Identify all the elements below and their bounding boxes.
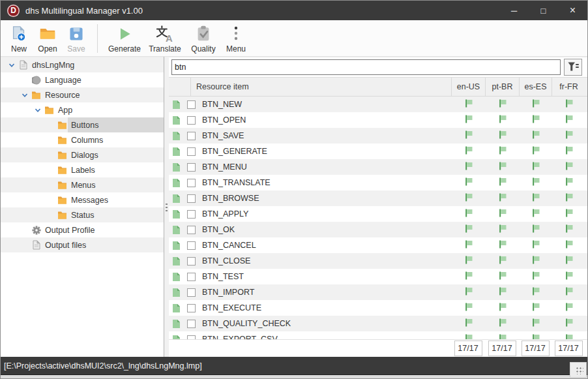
chevron-down-icon[interactable] (6, 62, 18, 68)
tree-item-dialogs[interactable]: Dialogs (1, 147, 164, 162)
flag-cell-fr-FR[interactable] (551, 240, 585, 250)
flag-cell-pt-BR[interactable] (485, 130, 519, 141)
flag-cell-es-ES[interactable] (519, 334, 551, 339)
table-row[interactable]: BTN_GENERATE (169, 144, 587, 159)
flag-cell-en-US[interactable] (451, 115, 485, 125)
flag-cell-es-ES[interactable] (519, 130, 551, 141)
flag-cell-pt-BR[interactable] (485, 224, 519, 235)
table-row[interactable]: BTN_BROWSE (169, 190, 587, 206)
row-checkbox[interactable] (187, 194, 196, 203)
flag-cell-pt-BR[interactable] (485, 240, 519, 250)
flag-cell-es-ES[interactable] (519, 287, 551, 297)
flag-cell-es-ES[interactable] (519, 271, 551, 282)
row-checkbox[interactable] (187, 320, 196, 328)
header-es-ES[interactable]: es-ES (519, 78, 551, 96)
tree-item-columns[interactable]: Columns (1, 132, 164, 147)
flag-cell-fr-FR[interactable] (551, 303, 585, 313)
flag-cell-en-US[interactable] (451, 271, 485, 282)
menu-button[interactable]: Menu (222, 23, 250, 53)
table-row[interactable]: BTN_EXPORT_CSV (169, 331, 587, 339)
flag-cell-fr-FR[interactable] (551, 130, 585, 141)
flag-cell-en-US[interactable] (451, 318, 485, 329)
row-checkbox[interactable] (187, 132, 196, 140)
minimize-button[interactable]: ─ (499, 1, 529, 20)
row-checkbox[interactable] (187, 163, 196, 172)
flag-cell-pt-BR[interactable] (485, 162, 519, 172)
flag-cell-es-ES[interactable] (519, 256, 551, 266)
row-checkbox[interactable] (187, 179, 196, 187)
tree-item-language[interactable]: Language (1, 72, 164, 87)
flag-cell-en-US[interactable] (451, 287, 485, 297)
table-row[interactable]: BTN_MENU (169, 159, 587, 175)
flag-cell-fr-FR[interactable] (551, 209, 585, 219)
generate-button[interactable]: Generate (104, 23, 145, 53)
tree-item-menus[interactable]: Menus (1, 177, 164, 192)
maximize-button[interactable]: □ (529, 1, 558, 20)
quality-button[interactable]: Quality (185, 23, 222, 53)
flag-cell-pt-BR[interactable] (485, 318, 519, 329)
search-input[interactable] (171, 59, 561, 75)
table-row[interactable]: BTN_QUALITY_CHECK (169, 316, 587, 331)
row-checkbox[interactable] (187, 147, 196, 156)
tree-item-resource[interactable]: Resource (1, 87, 164, 102)
row-checkbox[interactable] (187, 304, 196, 312)
flag-cell-fr-FR[interactable] (551, 334, 585, 339)
flag-cell-fr-FR[interactable] (551, 287, 585, 297)
flag-cell-pt-BR[interactable] (485, 209, 519, 219)
flag-cell-es-ES[interactable] (519, 99, 551, 110)
flag-cell-en-US[interactable] (451, 146, 485, 157)
save-button[interactable]: Save (62, 23, 91, 53)
flag-cell-pt-BR[interactable] (485, 115, 519, 125)
chevron-down-icon[interactable] (19, 92, 31, 99)
flag-cell-es-ES[interactable] (519, 240, 551, 250)
table-row[interactable]: BTN_APPLY (169, 206, 587, 222)
flag-cell-fr-FR[interactable] (551, 162, 585, 172)
panel-splitter[interactable] (164, 57, 169, 357)
flag-cell-pt-BR[interactable] (485, 256, 519, 266)
open-button[interactable]: Open (33, 23, 62, 53)
flag-cell-en-US[interactable] (451, 303, 485, 313)
table-row[interactable]: BTN_TEST (169, 269, 587, 284)
flag-cell-en-US[interactable] (451, 209, 485, 219)
header-resource-item[interactable]: Resource item (190, 78, 451, 96)
flag-cell-pt-BR[interactable] (485, 287, 519, 297)
header-fr-FR[interactable]: fr-FR (551, 78, 585, 96)
row-checkbox[interactable] (187, 273, 196, 281)
flag-cell-fr-FR[interactable] (551, 115, 585, 125)
translate-button[interactable]: A Translate (145, 23, 185, 53)
flag-cell-es-ES[interactable] (519, 209, 551, 219)
table-row[interactable]: BTN_IMPORT (169, 284, 587, 300)
header-pt-BR[interactable]: pt-BR (485, 78, 519, 96)
filter-button[interactable] (564, 59, 582, 76)
flag-cell-es-ES[interactable] (519, 318, 551, 329)
table-row[interactable]: BTN_TRANSLATE (169, 175, 587, 190)
flag-cell-en-US[interactable] (451, 224, 485, 235)
tree-item-output-profile[interactable]: Output Profile (1, 222, 164, 237)
tree-item-labels[interactable]: Labels (1, 162, 164, 177)
flag-cell-fr-FR[interactable] (551, 146, 585, 157)
table-row[interactable]: BTN_CLOSE (169, 253, 587, 269)
flag-cell-es-ES[interactable] (519, 146, 551, 157)
chevron-down-icon[interactable] (32, 107, 44, 114)
table-row[interactable]: BTN_NEW (169, 97, 587, 112)
flag-cell-pt-BR[interactable] (485, 146, 519, 157)
tree-item-output-files[interactable]: Output files (1, 237, 164, 252)
flag-cell-pt-BR[interactable] (485, 193, 519, 204)
flag-cell-fr-FR[interactable] (551, 256, 585, 266)
row-checkbox[interactable] (187, 241, 196, 250)
flag-cell-es-ES[interactable] (519, 224, 551, 235)
table-row[interactable]: BTN_CANCEL (169, 237, 587, 253)
row-checkbox[interactable] (187, 288, 196, 297)
flag-cell-pt-BR[interactable] (485, 99, 519, 110)
flag-cell-fr-FR[interactable] (551, 271, 585, 282)
table-row[interactable]: BTN_OPEN (169, 112, 587, 128)
new-button[interactable]: New (5, 23, 33, 53)
row-checkbox[interactable] (187, 210, 196, 219)
flag-cell-fr-FR[interactable] (551, 99, 585, 110)
table-row[interactable]: BTN_OK (169, 222, 587, 237)
flag-cell-pt-BR[interactable] (485, 303, 519, 313)
flag-cell-en-US[interactable] (451, 240, 485, 250)
header-en-US[interactable]: en-US (451, 78, 485, 96)
table-row[interactable]: BTN_SAVE (169, 128, 587, 144)
flag-cell-es-ES[interactable] (519, 303, 551, 313)
